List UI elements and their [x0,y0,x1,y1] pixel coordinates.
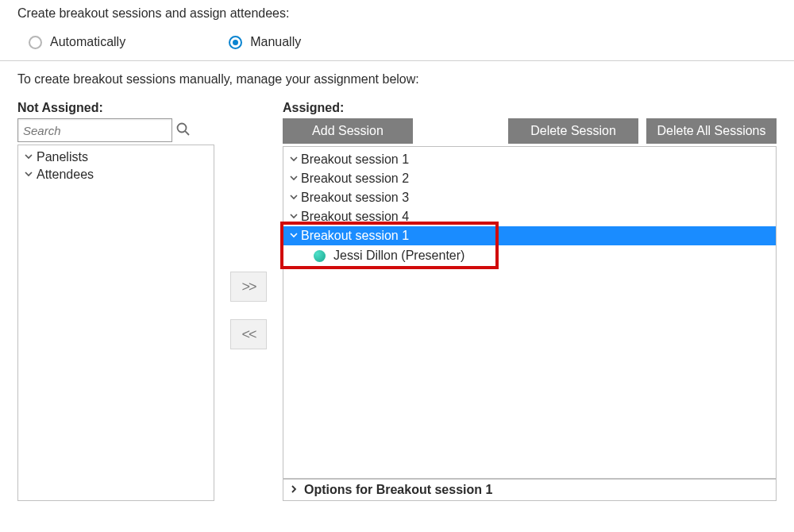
assigned-buttons-row: Add Session Delete Session Delete All Se… [283,118,777,144]
spacer [421,118,500,144]
search-row [17,118,214,142]
options-label: Options for Breakout session 1 [304,483,492,497]
session-label: Breakout session 4 [301,210,409,224]
attendee-name: Jessi Dillon (Presenter) [333,249,464,263]
chevron-down-icon [23,168,34,182]
attendee-row[interactable]: Jessi Dillon (Presenter) [283,245,776,266]
assigned-column: Assigned: Add Session Delete Session Del… [283,101,777,501]
tree-panelists[interactable]: Panelists [21,148,210,166]
move-right-button[interactable]: >> [230,272,267,302]
delete-all-sessions-button[interactable]: Delete All Sessions [646,118,777,144]
search-icon[interactable] [175,121,191,140]
chevron-down-icon [288,210,299,224]
session-label: Breakout session 1 [301,152,409,167]
move-left-button[interactable]: << [230,319,267,349]
search-input[interactable] [17,118,172,142]
session-row[interactable]: Breakout session 4 [283,207,776,226]
assigned-title: Assigned: [283,101,777,115]
radio-automatically[interactable]: Automatically [29,35,125,49]
not-assigned-column: Not Assigned: Panelists Attendees [17,101,214,501]
tree-label: Attendees [37,168,94,182]
page-heading: Create breakout sessions and assign atte… [17,6,777,21]
chevron-down-icon [288,152,299,167]
tree-label: Panelists [37,150,88,164]
session-row[interactable]: Breakout session 2 [283,169,776,188]
radio-icon [229,36,242,49]
not-assigned-list: Panelists Attendees [17,145,214,501]
radio-label-auto: Automatically [50,35,125,49]
session-label: Breakout session 1 [301,229,409,243]
chevron-down-icon [23,150,34,164]
assigned-inner: Breakout session 1 Breakout session 2 Br… [283,147,776,266]
chevron-down-icon [288,229,299,243]
move-buttons-column: >> << [214,101,283,349]
instruction-text: To create breakout sessions manually, ma… [17,72,777,87]
svg-point-0 [178,123,187,132]
radio-icon [29,36,42,49]
add-session-button[interactable]: Add Session [283,118,413,144]
divider [0,60,794,61]
tree-attendees[interactable]: Attendees [21,166,210,183]
session-row[interactable]: Breakout session 3 [283,188,776,207]
radio-manually[interactable]: Manually [229,35,301,49]
options-bar[interactable]: Options for Breakout session 1 [283,479,777,501]
session-label: Breakout session 2 [301,172,409,186]
radio-label-manual: Manually [250,35,301,49]
session-row[interactable]: Breakout session 1 [283,150,776,169]
main-columns: Not Assigned: Panelists Attendees >> [17,101,777,501]
not-assigned-title: Not Assigned: [17,101,214,115]
delete-session-button[interactable]: Delete Session [508,118,638,144]
session-label: Breakout session 3 [301,191,409,205]
assignment-mode-radios: Automatically Manually [17,35,777,49]
chevron-down-icon [288,172,299,186]
chevron-down-icon [288,191,299,205]
session-row-selected[interactable]: Breakout session 1 [283,226,776,245]
chevron-right-icon [288,483,299,497]
presence-icon [314,250,326,262]
assigned-list: Breakout session 1 Breakout session 2 Br… [283,146,777,479]
svg-line-1 [185,131,189,135]
